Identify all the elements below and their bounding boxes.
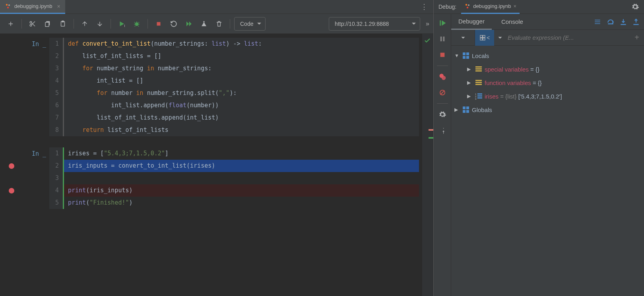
code-cell: In _ 1 2 3 4 5 irises = ["5.4,3;7,1.5,0.… (3, 147, 419, 209)
svg-rect-34 (475, 82, 482, 83)
chevron-right-icon[interactable]: ▶ (454, 107, 460, 112)
notebook-icon (464, 3, 471, 10)
svg-rect-17 (443, 37, 444, 41)
scope-icon (462, 52, 469, 59)
svg-point-3 (30, 21, 32, 23)
step-out-icon[interactable] (632, 18, 640, 26)
svg-rect-29 (466, 56, 469, 59)
svg-rect-42 (463, 106, 466, 109)
separator (147, 19, 148, 29)
editor-tab[interactable]: debugging.ipynb × (0, 0, 65, 14)
chevron-right-icon[interactable]: ▶ (467, 66, 473, 72)
restart-button[interactable] (167, 17, 180, 31)
breakpoint-icon[interactable] (9, 188, 14, 193)
svg-rect-16 (440, 37, 442, 41)
separator (21, 19, 22, 29)
chevron-right-icon[interactable]: ▶ (467, 93, 473, 99)
current-execution-line: iris_inputs = convert_to_int_list(irises… (64, 160, 419, 172)
separator (437, 103, 448, 104)
step-into-icon[interactable] (619, 18, 627, 26)
server-url-select[interactable]: http://10.32.1.29:8888 (329, 17, 420, 31)
stop-debug-button[interactable] (437, 50, 448, 60)
svg-rect-23 (483, 35, 485, 37)
breakpoint-gutter[interactable] (3, 147, 21, 209)
code-editor[interactable]: irises = ["5.4,3;7,1.5,0.2"] iris_inputs… (63, 147, 419, 209)
svg-rect-6 (45, 22, 49, 27)
clear-output-button[interactable] (197, 17, 211, 31)
svg-rect-24 (480, 38, 482, 40)
move-up-button[interactable] (78, 17, 91, 31)
gear-icon[interactable] (631, 3, 639, 11)
delete-button[interactable] (212, 17, 226, 31)
overflow-chevron-icon[interactable]: » (426, 20, 429, 27)
separator (111, 19, 111, 29)
kebab-menu-icon[interactable]: ⋮ (415, 2, 433, 11)
group-icon (475, 79, 482, 86)
cell-type-select[interactable]: Code (234, 17, 266, 31)
chevron-right-icon[interactable]: ▶ (467, 80, 473, 85)
svg-rect-41 (477, 97, 482, 99)
svg-rect-28 (463, 56, 466, 59)
svg-rect-44 (463, 110, 466, 113)
editor-tab-label: debugging.ipynb (14, 3, 52, 9)
resume-button[interactable] (437, 18, 448, 28)
var-function[interactable]: ▶ function variables = {} (451, 76, 644, 89)
scope-locals[interactable]: ▼ Locals (451, 49, 644, 62)
svg-rect-8 (62, 21, 64, 22)
separator (230, 19, 230, 29)
chevron-down-icon[interactable] (497, 35, 503, 41)
settings-button[interactable] (437, 109, 448, 120)
debug-cell-button[interactable] (130, 17, 144, 31)
svg-point-0 (6, 4, 8, 5)
svg-rect-15 (440, 20, 441, 25)
move-down-button[interactable] (93, 17, 107, 31)
stop-button[interactable] (152, 17, 165, 31)
ok-marker[interactable] (429, 137, 433, 139)
chevron-down-icon[interactable] (460, 35, 466, 41)
chevron-down-icon[interactable]: ▼ (454, 53, 460, 58)
debug-run-tab[interactable]: debugging.ipynb × (461, 0, 520, 14)
cut-button[interactable] (26, 17, 39, 31)
run-all-button[interactable] (182, 17, 196, 31)
code-editor[interactable]: def convert_to_int_list(number_strings: … (63, 38, 419, 136)
var-irises[interactable]: ▶ 123 irises = {list} ['5.4,3;7,1.5,0.2'… (451, 89, 644, 103)
svg-point-9 (135, 22, 139, 26)
scope-icon (462, 106, 469, 113)
breakpoint-gutter[interactable] (3, 38, 21, 136)
variables-tree[interactable]: ▼ Locals ▶ special variables = {} ▶ func… (451, 46, 644, 296)
close-icon[interactable]: × (57, 3, 60, 10)
svg-point-14 (467, 6, 468, 8)
view-breakpoints-button[interactable] (437, 72, 448, 82)
svg-rect-39 (477, 93, 482, 95)
pause-button[interactable] (437, 34, 448, 44)
debug-panel-title: Debug: (438, 4, 456, 10)
run-cell-button[interactable]: I (115, 17, 128, 31)
add-watch-button[interactable]: + (630, 33, 644, 42)
tab-debugger[interactable]: Debugger (451, 14, 492, 30)
pin-button[interactable] (437, 125, 448, 135)
tab-console[interactable]: Console (494, 14, 530, 30)
add-cell-button[interactable] (4, 17, 17, 31)
mute-breakpoints-button[interactable] (437, 87, 448, 98)
layout-icon[interactable] (591, 15, 604, 29)
svg-rect-22 (480, 35, 482, 37)
svg-rect-31 (475, 68, 482, 70)
frames-button[interactable]: < (475, 30, 494, 46)
svg-rect-25 (483, 38, 485, 40)
evaluate-expression-input[interactable]: Evaluate expression (E... (503, 34, 630, 41)
line-numbers: 1 2 3 4 5 (49, 147, 63, 209)
step-over-icon[interactable] (607, 18, 615, 26)
copy-button[interactable] (41, 17, 54, 31)
error-marker[interactable] (429, 129, 433, 131)
breakpoint-icon[interactable] (9, 163, 14, 169)
svg-rect-33 (475, 80, 482, 81)
editor-marker-strip (422, 34, 433, 296)
svg-rect-40 (477, 95, 482, 97)
svg-point-1 (8, 4, 10, 6)
var-special[interactable]: ▶ special variables = {} (451, 62, 644, 76)
paste-button[interactable] (56, 17, 70, 31)
frame-nav[interactable] (451, 30, 475, 45)
notebook-icon (5, 3, 11, 10)
scope-globals[interactable]: ▶ Globals (451, 103, 644, 116)
close-icon[interactable]: × (514, 3, 517, 9)
